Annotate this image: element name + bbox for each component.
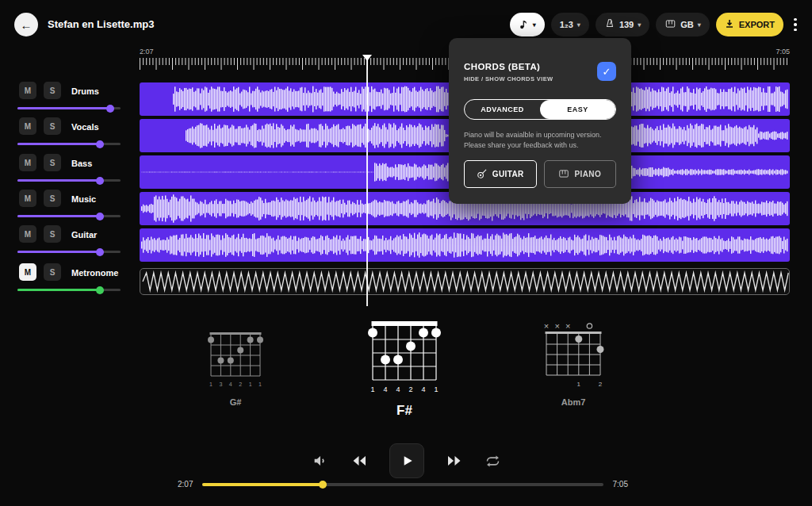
solo-button[interactable]: S [44,225,61,243]
track-control-guitar: M S Guitar [0,225,140,262]
volume-button[interactable] [312,452,329,470]
svg-text:1: 1 [577,381,581,388]
slider-knob[interactable] [96,248,104,256]
loop-button[interactable] [485,453,501,470]
track-label: Bass [71,159,92,168]
chord-numerals-button[interactable]: 1₂3 ▾ [551,13,589,36]
bpm-value: 139 [619,20,634,29]
slider-knob[interactable] [96,213,104,220]
solo-button[interactable]: S [44,82,61,99]
slider-fill [17,107,110,109]
key-value: GB [680,20,694,29]
bpm-button[interactable]: 139 ▾ [596,13,649,36]
popup-title-block: CHORDS (BETA) HIDE / SHOW CHORDS VIEW [464,62,553,82]
volume-slider[interactable] [17,289,121,291]
solo-button[interactable]: S [44,117,61,135]
solo-button[interactable]: S [44,154,61,171]
svg-text:2: 2 [239,381,242,387]
solo-button[interactable]: S [44,190,61,207]
slider-knob[interactable] [96,286,104,294]
check-icon: ✓ [603,66,611,78]
more-options-button[interactable] [790,13,801,36]
progress-handle[interactable] [319,481,327,489]
progress-bar[interactable] [202,483,603,486]
timeline-start: 2:07 [140,48,154,56]
chord-diagram-previous: 134211 G# [201,328,270,407]
export-label: EXPORT [739,20,775,29]
guitar-instrument-button[interactable]: GUITAR [464,160,537,188]
chevron-down-icon: ▾ [533,21,536,29]
svg-text:4: 4 [396,385,400,393]
svg-text:×: × [544,321,549,331]
piano-icon [558,168,569,181]
track-label: Vocals [71,122,99,132]
track-control-vocals: M S Vocals [0,117,140,154]
chords-view-button[interactable]: ▾ [510,13,545,36]
waveform-guitar[interactable] [140,228,790,262]
mute-button[interactable]: M [19,190,36,207]
volume-slider[interactable] [17,107,121,109]
svg-text:1: 1 [249,381,252,387]
back-button[interactable]: ← [14,13,38,36]
guitar-icon [477,168,488,181]
piano-instrument-button[interactable]: PIANO [544,160,617,188]
forward-button[interactable] [445,451,464,470]
current-time: 2:07 [178,480,193,489]
volume-slider[interactable] [17,251,121,253]
track-control-metronome: M S Metronome [0,263,140,300]
transport-controls [0,443,812,479]
slider-knob[interactable] [96,177,104,185]
volume-slider[interactable] [17,215,121,217]
popup-title: CHORDS (BETA) [464,62,553,71]
top-right-controls: ▾ 1₂3 ▾ 139 ▾ GB ▾ [510,13,801,36]
svg-text:1: 1 [434,385,438,393]
guitar-button-label: GUITAR [492,170,524,178]
chord-diagram-next: ×××12 Abm7 [537,319,610,407]
advanced-mode-option[interactable]: ADVANCED [465,100,540,119]
waveform-metronome[interactable] [140,268,790,295]
mute-button[interactable]: M [19,225,36,243]
progress-section: 2:07 7:05 [178,480,628,489]
solo-button[interactable]: S [44,263,61,281]
key-button[interactable]: GB ▾ [656,13,710,36]
svg-text:4: 4 [383,385,387,393]
mute-button[interactable]: M [19,154,36,171]
mute-button[interactable]: M [19,117,36,135]
easy-mode-option[interactable]: EASY [540,100,615,119]
chord-grid: 144241 [363,317,446,399]
slider-knob[interactable] [96,140,104,148]
track-control-drums: M S Drums [0,82,140,118]
svg-text:1: 1 [370,385,374,393]
svg-text:×: × [565,321,570,331]
kebab-dot [794,29,797,32]
slider-fill [17,289,100,291]
track-label: Drums [71,86,99,96]
chord-grid: ×××12 [537,319,610,393]
rewind-button[interactable] [350,451,369,470]
svg-text:4: 4 [421,385,425,393]
mute-button[interactable]: M [19,82,36,99]
svg-text:3: 3 [219,381,222,387]
piano-button-label: PIANO [574,170,601,178]
track-label: Guitar [71,230,97,240]
mute-button[interactable]: M [19,263,36,281]
playhead-line[interactable] [366,60,368,306]
svg-text:1: 1 [209,381,213,387]
song-title: Stefan en Lisette.mp3 [48,18,154,30]
track-control-bass: M S Bass [0,154,140,190]
volume-slider[interactable] [17,143,121,145]
slider-knob[interactable] [106,105,114,113]
export-button[interactable]: EXPORT [716,13,783,36]
chord-numerals-label: 1₂3 [560,20,573,29]
top-bar: ← Stefan en Lisette.mp3 ▾ 1₂3 ▾ 139 ▾ [0,0,812,44]
volume-slider[interactable] [17,179,121,182]
chord-name: Abm7 [537,397,610,407]
play-button[interactable] [389,443,424,478]
chords-visibility-toggle[interactable]: ✓ [597,62,616,81]
timeline-end: 7:05 [776,48,790,56]
music-note-icon [519,19,529,31]
slider-fill [17,179,100,182]
kebab-dot [794,23,797,26]
slider-fill [17,143,100,145]
chevron-down-icon: ▾ [638,21,641,29]
